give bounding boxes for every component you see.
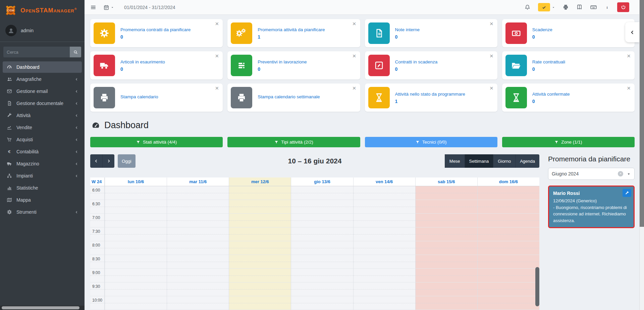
time-slot-cell[interactable] — [105, 214, 167, 227]
time-slot-cell[interactable] — [416, 282, 477, 296]
close-icon[interactable]: × — [490, 53, 493, 59]
time-slot-cell[interactable] — [167, 255, 229, 269]
approve-dropdown[interactable] — [538, 3, 555, 11]
widget-title-link[interactable]: Articoli in esaurimento — [120, 59, 165, 64]
time-slot-cell[interactable] — [416, 269, 477, 282]
sidebar-item[interactable]: Anagrafiche — [3, 73, 82, 85]
time-slot-cell[interactable] — [167, 296, 229, 310]
time-slot-cell[interactable] — [291, 296, 353, 310]
time-slot-cell[interactable] — [105, 282, 167, 296]
time-slot-cell[interactable] — [478, 227, 539, 241]
time-slot-cell[interactable] — [229, 241, 291, 255]
time-slot-cell[interactable] — [416, 200, 477, 214]
info-button[interactable] — [604, 5, 610, 10]
sidebar-item[interactable]: Statistiche — [3, 182, 82, 194]
time-slot-cell[interactable] — [291, 186, 353, 200]
filter-button[interactable]: Tecnici (0/0) — [365, 137, 497, 147]
time-slot-cell[interactable] — [105, 227, 167, 241]
time-slot-cell[interactable] — [229, 282, 291, 296]
calendar-grid[interactable]: 6:00 6:30 7:00 7:30 8:00 8:30 9:00 — [90, 186, 539, 310]
clear-icon[interactable]: × — [618, 171, 623, 176]
scrollbar-thumb[interactable] — [2, 306, 79, 309]
time-slot-cell[interactable] — [291, 255, 353, 269]
day-column[interactable] — [229, 186, 291, 310]
sidebar-item[interactable]: Gestione email — [3, 86, 82, 97]
sidebar-item[interactable]: Contabilità — [3, 146, 82, 157]
time-slot-cell[interactable] — [478, 269, 539, 282]
week-number[interactable]: W 24 — [90, 177, 105, 186]
close-icon[interactable]: × — [215, 85, 219, 91]
close-icon[interactable]: × — [490, 20, 493, 27]
close-icon[interactable]: × — [352, 20, 356, 27]
time-slot-cell[interactable] — [354, 200, 415, 214]
widget-title-link[interactable]: Attività nello stato da programmare — [395, 92, 465, 97]
day-column[interactable] — [415, 186, 477, 310]
time-slot-cell[interactable] — [291, 282, 353, 296]
view-button[interactable]: Agenda — [515, 154, 539, 168]
time-slot-cell[interactable] — [105, 186, 167, 200]
filter-button[interactable]: Zone (1/1) — [502, 137, 635, 147]
widget-title-link[interactable]: Scadenze — [532, 27, 552, 32]
time-slot-cell[interactable] — [167, 214, 229, 227]
sidebar-item[interactable]: Impianti — [3, 170, 82, 182]
time-slot-cell[interactable] — [478, 255, 539, 269]
hamburger-menu-button[interactable] — [90, 4, 97, 11]
time-slot-cell[interactable] — [167, 186, 229, 200]
scrollbar-thumb[interactable] — [640, 0, 644, 227]
time-slot-cell[interactable] — [291, 227, 353, 241]
time-slot-cell[interactable] — [354, 186, 415, 200]
time-slot-cell[interactable] — [416, 255, 477, 269]
time-slot-cell[interactable] — [354, 241, 415, 255]
shortcuts-button[interactable] — [590, 4, 597, 11]
time-slot-cell[interactable] — [105, 296, 167, 310]
calendar-scrollbar-thumb[interactable] — [535, 267, 539, 306]
widget-title-link[interactable]: Stampa calendario — [120, 94, 158, 99]
time-slot-cell[interactable] — [354, 282, 415, 296]
day-column[interactable] — [167, 186, 229, 310]
close-icon[interactable]: × — [215, 20, 219, 27]
time-slot-cell[interactable] — [478, 241, 539, 255]
widget-title-link[interactable]: Stampa calendario settimanale — [258, 94, 320, 99]
time-slot-cell[interactable] — [478, 200, 539, 214]
app-logo[interactable]: OSM OpenSTAManager® — [0, 0, 85, 21]
close-icon[interactable]: × — [215, 53, 219, 59]
sidebar-item[interactable]: Magazzino — [3, 158, 82, 169]
day-header[interactable]: mar 11/6 — [167, 177, 229, 186]
filter-button[interactable]: Tipi attività (2/2) — [227, 137, 360, 147]
notifications-button[interactable] — [524, 4, 531, 10]
widget-title-link[interactable]: Promemoria attività da pianificare — [258, 27, 325, 32]
day-header[interactable]: lun 10/6 — [105, 177, 167, 186]
time-slot-cell[interactable] — [354, 269, 415, 282]
time-slot-cell[interactable] — [167, 200, 229, 214]
sidebar-item[interactable]: Gestione documentale — [3, 98, 82, 109]
widget-title-link[interactable]: Preventivi in lavorazione — [258, 59, 307, 64]
time-slot-cell[interactable] — [354, 296, 415, 310]
filter-button[interactable]: Stati attività (4/4) — [90, 137, 223, 147]
view-button[interactable]: Mese — [445, 154, 465, 168]
time-slot-cell[interactable] — [229, 214, 291, 227]
sidebar-item[interactable]: Attività — [3, 110, 82, 121]
widget-title-link[interactable]: Note interne — [395, 27, 420, 32]
print-button[interactable] — [562, 4, 569, 10]
time-slot-cell[interactable] — [416, 186, 477, 200]
month-filter-select[interactable]: Giugno 2024 × — [548, 168, 635, 180]
docs-button[interactable] — [576, 4, 583, 10]
time-slot-cell[interactable] — [291, 214, 353, 227]
approve-check-button[interactable] — [538, 3, 550, 11]
collapse-panel-button[interactable] — [625, 22, 639, 42]
day-column[interactable] — [291, 186, 353, 310]
time-slot-cell[interactable] — [416, 227, 477, 241]
close-icon[interactable]: × — [627, 53, 631, 59]
search-button[interactable] — [70, 47, 81, 57]
time-slot-cell[interactable] — [105, 269, 167, 282]
time-slot-cell[interactable] — [478, 186, 539, 200]
time-slot-cell[interactable] — [416, 214, 477, 227]
widget-title-link[interactable]: Rate contrattuali — [532, 59, 565, 64]
view-button[interactable]: Giorno — [493, 154, 515, 168]
widget-title-link[interactable]: Promemoria contratti da pianificare — [120, 27, 191, 32]
time-slot-cell[interactable] — [105, 241, 167, 255]
day-column[interactable] — [353, 186, 415, 310]
time-slot-cell[interactable] — [167, 282, 229, 296]
time-slot-cell[interactable] — [105, 255, 167, 269]
day-header[interactable]: ven 14/6 — [353, 177, 415, 186]
